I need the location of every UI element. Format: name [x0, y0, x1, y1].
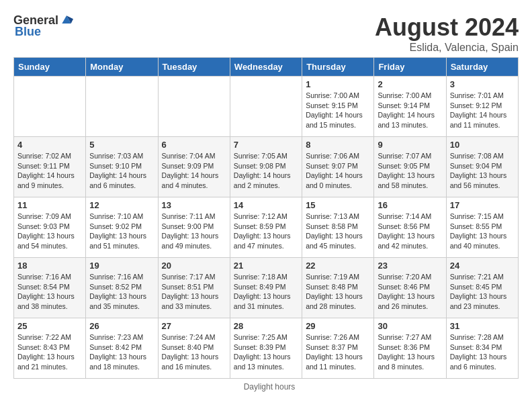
day-info: Sunrise: 7:12 AM Sunset: 8:59 PM Dayligh…	[234, 212, 298, 251]
calendar-table: SundayMondayTuesdayWednesdayThursdayFrid…	[13, 57, 519, 379]
subtitle: Eslida, Valencia, Spain	[375, 42, 519, 54]
day-info: Sunrise: 7:07 AM Sunset: 9:05 PM Dayligh…	[378, 151, 442, 191]
main-title: August 2024	[375, 13, 519, 42]
week-row-0: 1Sunrise: 7:00 AM Sunset: 9:15 PM Daylig…	[14, 77, 519, 137]
day-header-monday: Monday	[86, 58, 158, 77]
day-info: Sunrise: 7:10 AM Sunset: 9:02 PM Dayligh…	[89, 212, 154, 251]
day-number: 3	[450, 79, 515, 89]
day-info: Sunrise: 7:21 AM Sunset: 8:45 PM Dayligh…	[450, 272, 515, 312]
day-info: Sunrise: 7:14 AM Sunset: 8:56 PM Dayligh…	[378, 212, 442, 251]
day-info: Sunrise: 7:18 AM Sunset: 8:49 PM Dayligh…	[234, 272, 298, 312]
calendar-cell: 26Sunrise: 7:23 AM Sunset: 8:42 PM Dayli…	[86, 318, 158, 379]
day-info: Sunrise: 7:28 AM Sunset: 8:34 PM Dayligh…	[450, 332, 515, 372]
day-number: 27	[162, 321, 226, 331]
day-number: 31	[450, 321, 515, 331]
calendar-cell: 10Sunrise: 7:08 AM Sunset: 9:04 PM Dayli…	[446, 137, 518, 197]
day-number: 21	[234, 261, 298, 271]
day-number: 20	[162, 261, 226, 271]
day-number: 2	[378, 79, 442, 89]
day-number: 18	[17, 261, 82, 271]
day-number: 24	[450, 261, 515, 271]
day-header-friday: Friday	[374, 58, 446, 77]
day-header-sunday: Sunday	[14, 58, 86, 77]
calendar-cell: 19Sunrise: 7:16 AM Sunset: 8:52 PM Dayli…	[86, 258, 158, 318]
day-info: Sunrise: 7:03 AM Sunset: 9:10 PM Dayligh…	[89, 151, 154, 191]
day-number: 10	[450, 140, 515, 150]
day-info: Sunrise: 7:09 AM Sunset: 9:03 PM Dayligh…	[17, 212, 82, 251]
day-info: Sunrise: 7:08 AM Sunset: 9:04 PM Dayligh…	[450, 151, 515, 191]
calendar-cell	[158, 77, 230, 137]
calendar-cell: 21Sunrise: 7:18 AM Sunset: 8:49 PM Dayli…	[230, 258, 302, 318]
day-number: 13	[162, 200, 226, 210]
day-number: 1	[306, 79, 370, 89]
day-info: Sunrise: 7:16 AM Sunset: 8:54 PM Dayligh…	[17, 272, 82, 312]
logo: General Blue	[13, 13, 73, 39]
day-info: Sunrise: 7:20 AM Sunset: 8:46 PM Dayligh…	[378, 272, 442, 312]
day-info: Sunrise: 7:13 AM Sunset: 8:58 PM Dayligh…	[306, 212, 370, 251]
day-info: Sunrise: 7:17 AM Sunset: 8:51 PM Dayligh…	[162, 272, 226, 312]
calendar-cell: 24Sunrise: 7:21 AM Sunset: 8:45 PM Dayli…	[446, 258, 518, 318]
day-number: 29	[306, 321, 370, 331]
day-number: 22	[306, 261, 370, 271]
day-number: 28	[234, 321, 298, 331]
day-info: Sunrise: 7:00 AM Sunset: 9:15 PM Dayligh…	[306, 91, 370, 130]
day-info: Sunrise: 7:25 AM Sunset: 8:39 PM Dayligh…	[234, 332, 298, 372]
calendar-cell: 7Sunrise: 7:05 AM Sunset: 9:08 PM Daylig…	[230, 137, 302, 197]
calendar-cell: 15Sunrise: 7:13 AM Sunset: 8:58 PM Dayli…	[302, 197, 374, 258]
calendar-cell: 4Sunrise: 7:02 AM Sunset: 9:11 PM Daylig…	[14, 137, 86, 197]
footer-label: Daylight hours	[13, 382, 525, 392]
calendar-cell: 5Sunrise: 7:03 AM Sunset: 9:10 PM Daylig…	[86, 137, 158, 197]
calendar-cell: 11Sunrise: 7:09 AM Sunset: 9:03 PM Dayli…	[14, 197, 86, 258]
calendar-cell: 12Sunrise: 7:10 AM Sunset: 9:02 PM Dayli…	[86, 197, 158, 258]
day-info: Sunrise: 7:01 AM Sunset: 9:12 PM Dayligh…	[450, 91, 515, 130]
day-number: 9	[378, 140, 442, 150]
calendar-cell: 31Sunrise: 7:28 AM Sunset: 8:34 PM Dayli…	[446, 318, 518, 379]
day-header-thursday: Thursday	[302, 58, 374, 77]
title-area: August 2024 Eslida, Valencia, Spain	[375, 13, 519, 54]
day-number: 7	[234, 140, 298, 150]
day-number: 25	[17, 321, 82, 331]
calendar-cell: 18Sunrise: 7:16 AM Sunset: 8:54 PM Dayli…	[14, 258, 86, 318]
calendar-cell: 20Sunrise: 7:17 AM Sunset: 8:51 PM Dayli…	[158, 258, 230, 318]
calendar-cell: 14Sunrise: 7:12 AM Sunset: 8:59 PM Dayli…	[230, 197, 302, 258]
calendar-cell: 29Sunrise: 7:26 AM Sunset: 8:37 PM Dayli…	[302, 318, 374, 379]
day-number: 8	[306, 140, 370, 150]
day-header-saturday: Saturday	[446, 58, 518, 77]
calendar-cell: 6Sunrise: 7:04 AM Sunset: 9:09 PM Daylig…	[158, 137, 230, 197]
day-info: Sunrise: 7:23 AM Sunset: 8:42 PM Dayligh…	[89, 332, 154, 372]
week-row-2: 11Sunrise: 7:09 AM Sunset: 9:03 PM Dayli…	[14, 197, 519, 258]
day-number: 26	[89, 321, 154, 331]
week-row-1: 4Sunrise: 7:02 AM Sunset: 9:11 PM Daylig…	[14, 137, 519, 197]
logo-text-blue: Blue	[15, 25, 41, 39]
calendar-cell: 1Sunrise: 7:00 AM Sunset: 9:15 PM Daylig…	[302, 77, 374, 137]
day-number: 23	[378, 261, 442, 271]
calendar-cell: 13Sunrise: 7:11 AM Sunset: 9:00 PM Dayli…	[158, 197, 230, 258]
week-row-3: 18Sunrise: 7:16 AM Sunset: 8:54 PM Dayli…	[14, 258, 519, 318]
day-number: 11	[17, 200, 82, 210]
calendar-cell: 22Sunrise: 7:19 AM Sunset: 8:48 PM Dayli…	[302, 258, 374, 318]
day-header-tuesday: Tuesday	[158, 58, 230, 77]
calendar-cell: 9Sunrise: 7:07 AM Sunset: 9:05 PM Daylig…	[374, 137, 446, 197]
calendar-cell: 30Sunrise: 7:27 AM Sunset: 8:36 PM Dayli…	[374, 318, 446, 379]
calendar-cell: 23Sunrise: 7:20 AM Sunset: 8:46 PM Dayli…	[374, 258, 446, 318]
day-info: Sunrise: 7:02 AM Sunset: 9:11 PM Dayligh…	[17, 151, 82, 191]
day-info: Sunrise: 7:22 AM Sunset: 8:43 PM Dayligh…	[17, 332, 82, 372]
calendar-cell: 2Sunrise: 7:00 AM Sunset: 9:14 PM Daylig…	[374, 77, 446, 137]
day-number: 17	[450, 200, 515, 210]
day-info: Sunrise: 7:26 AM Sunset: 8:37 PM Dayligh…	[306, 332, 370, 372]
week-row-4: 25Sunrise: 7:22 AM Sunset: 8:43 PM Dayli…	[14, 318, 519, 379]
day-info: Sunrise: 7:27 AM Sunset: 8:36 PM Dayligh…	[378, 332, 442, 372]
day-info: Sunrise: 7:06 AM Sunset: 9:07 PM Dayligh…	[306, 151, 370, 191]
day-info: Sunrise: 7:11 AM Sunset: 9:00 PM Dayligh…	[162, 212, 226, 251]
day-number: 12	[89, 200, 154, 210]
calendar-cell: 27Sunrise: 7:24 AM Sunset: 8:40 PM Dayli…	[158, 318, 230, 379]
calendar-cell	[14, 77, 86, 137]
day-number: 30	[378, 321, 442, 331]
days-header-row: SundayMondayTuesdayWednesdayThursdayFrid…	[14, 58, 519, 77]
calendar-cell	[86, 77, 158, 137]
calendar-cell: 3Sunrise: 7:01 AM Sunset: 9:12 PM Daylig…	[446, 77, 518, 137]
header: General Blue August 2024 Eslida, Valenci…	[7, 7, 525, 57]
day-header-wednesday: Wednesday	[230, 58, 302, 77]
calendar-cell: 28Sunrise: 7:25 AM Sunset: 8:39 PM Dayli…	[230, 318, 302, 379]
calendar-cell: 8Sunrise: 7:06 AM Sunset: 9:07 PM Daylig…	[302, 137, 374, 197]
